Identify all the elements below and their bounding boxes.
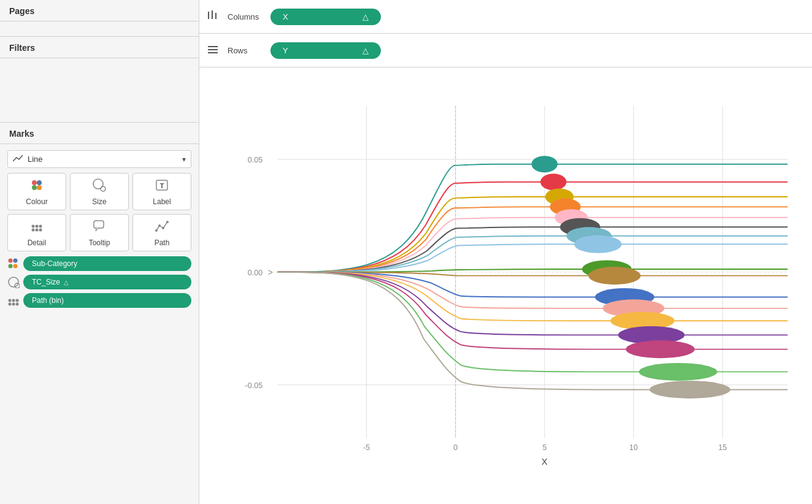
svg-rect-14 bbox=[94, 221, 104, 228]
marks-grid: Colour Size T bbox=[7, 173, 191, 251]
svg-point-64 bbox=[574, 235, 621, 253]
marks-section: Marks Line ▾ Colour bbox=[0, 123, 199, 504]
svg-text:T: T bbox=[160, 182, 164, 189]
marks-type-label: Line bbox=[28, 155, 182, 164]
chart-svg: 0.05 0.00 -0.05 -5 0 5 10 15 X > bbox=[230, 77, 800, 479]
path-icon bbox=[155, 220, 169, 236]
svg-point-27 bbox=[16, 299, 19, 302]
rows-pill-label: Y bbox=[283, 46, 288, 55]
columns-pill[interactable]: X △ bbox=[270, 9, 381, 25]
path-bin-pill[interactable]: Path (bin) bbox=[23, 293, 191, 308]
svg-point-8 bbox=[32, 225, 35, 228]
tc-size-triangle: △ bbox=[64, 279, 69, 286]
rows-pill[interactable]: Y △ bbox=[270, 42, 381, 59]
columns-shelf: Columns X △ bbox=[199, 0, 812, 34]
svg-point-30 bbox=[16, 303, 19, 306]
svg-point-28 bbox=[9, 303, 12, 306]
chart-area: 0.05 0.00 -0.05 -5 0 5 10 15 X > bbox=[199, 67, 812, 504]
svg-point-2 bbox=[32, 185, 37, 190]
svg-text:5: 5 bbox=[542, 443, 546, 452]
svg-point-20 bbox=[13, 259, 18, 263]
svg-point-3 bbox=[37, 185, 42, 190]
svg-point-57 bbox=[532, 156, 558, 172]
pages-section: Pages bbox=[0, 0, 199, 37]
svg-text:0.00: 0.00 bbox=[248, 269, 262, 277]
marks-tooltip-cell[interactable]: Tooltip bbox=[70, 214, 129, 251]
left-panel: Pages Filters Marks Line ▾ bbox=[0, 0, 199, 504]
svg-point-13 bbox=[39, 229, 42, 232]
svg-text:-0.05: -0.05 bbox=[245, 381, 263, 390]
tc-size-pill-label: TC_Size bbox=[32, 278, 60, 286]
path-label: Path bbox=[155, 239, 170, 247]
rows-icon bbox=[207, 44, 219, 57]
marks-header: Marks bbox=[0, 123, 199, 144]
path-bin-row: Path (bin) bbox=[7, 293, 191, 308]
path-bin-pill-label: Path (bin) bbox=[32, 296, 64, 305]
rows-pill-triangle: △ bbox=[362, 46, 369, 55]
svg-text:-5: -5 bbox=[363, 443, 370, 452]
columns-label: Columns bbox=[228, 12, 264, 21]
svg-point-17 bbox=[162, 227, 164, 229]
detail-label: Detail bbox=[28, 239, 47, 247]
tc-size-icon bbox=[7, 276, 20, 288]
svg-point-0 bbox=[32, 180, 37, 185]
svg-point-15 bbox=[155, 229, 158, 232]
svg-text:0: 0 bbox=[453, 443, 458, 452]
rows-shelf: Rows Y △ bbox=[199, 34, 812, 67]
columns-icon bbox=[207, 10, 219, 23]
label-label: Label bbox=[153, 197, 170, 206]
svg-point-5 bbox=[101, 186, 105, 191]
svg-point-18 bbox=[166, 221, 169, 223]
filters-section: Filters bbox=[0, 37, 199, 123]
svg-point-16 bbox=[158, 224, 161, 227]
pages-header: Pages bbox=[0, 0, 199, 21]
label-icon: T bbox=[155, 178, 169, 195]
size-label: Size bbox=[92, 197, 106, 206]
filters-header: Filters bbox=[0, 37, 199, 58]
detail-icon bbox=[30, 220, 44, 236]
sub-category-icon bbox=[7, 258, 20, 270]
tooltip-label: Tooltip bbox=[89, 239, 110, 247]
svg-point-58 bbox=[540, 174, 567, 190]
svg-point-19 bbox=[9, 259, 13, 263]
svg-point-26 bbox=[12, 299, 15, 302]
marks-path-cell[interactable]: Path bbox=[132, 214, 191, 251]
tc-size-pill[interactable]: TC_Size △ bbox=[23, 275, 191, 289]
svg-text:0.05: 0.05 bbox=[248, 156, 262, 164]
sub-category-pill-label: Sub-Category bbox=[32, 259, 77, 268]
svg-point-9 bbox=[36, 225, 39, 228]
columns-pill-label: X bbox=[283, 12, 288, 21]
svg-point-66 bbox=[588, 267, 640, 284]
svg-point-73 bbox=[649, 381, 730, 399]
tc-size-row: TC_Size △ bbox=[7, 275, 191, 289]
dropdown-arrow-icon: ▾ bbox=[182, 155, 186, 164]
marks-label-cell[interactable]: T Label bbox=[132, 173, 191, 210]
svg-point-29 bbox=[12, 303, 15, 306]
marks-detail-cell[interactable]: Detail bbox=[7, 214, 66, 251]
svg-text:X: X bbox=[542, 457, 548, 467]
tooltip-icon bbox=[93, 220, 106, 236]
svg-point-71 bbox=[626, 340, 694, 358]
colour-label: Colour bbox=[26, 197, 47, 206]
svg-text:>: > bbox=[268, 267, 273, 277]
svg-text:15: 15 bbox=[718, 443, 727, 452]
svg-point-22 bbox=[13, 264, 18, 269]
marks-size-cell[interactable]: Size bbox=[70, 173, 129, 210]
colour-icon bbox=[30, 178, 44, 195]
marks-colour-cell[interactable]: Colour bbox=[7, 173, 66, 210]
line-icon bbox=[13, 154, 24, 164]
svg-point-21 bbox=[9, 264, 13, 269]
right-panel: Columns X △ Rows Y △ bbox=[199, 0, 812, 504]
path-bin-icon bbox=[7, 294, 20, 307]
columns-pill-triangle: △ bbox=[362, 12, 369, 21]
svg-point-23 bbox=[9, 277, 18, 287]
svg-point-12 bbox=[36, 229, 39, 232]
marks-type-dropdown[interactable]: Line ▾ bbox=[7, 150, 191, 168]
svg-point-1 bbox=[37, 180, 42, 185]
svg-point-72 bbox=[639, 363, 718, 381]
sub-category-row: Sub-Category bbox=[7, 256, 191, 271]
rows-label: Rows bbox=[228, 46, 264, 55]
marks-pills: Sub-Category TC_Size △ bbox=[7, 256, 191, 308]
svg-point-25 bbox=[9, 299, 12, 302]
sub-category-pill[interactable]: Sub-Category bbox=[23, 256, 191, 271]
